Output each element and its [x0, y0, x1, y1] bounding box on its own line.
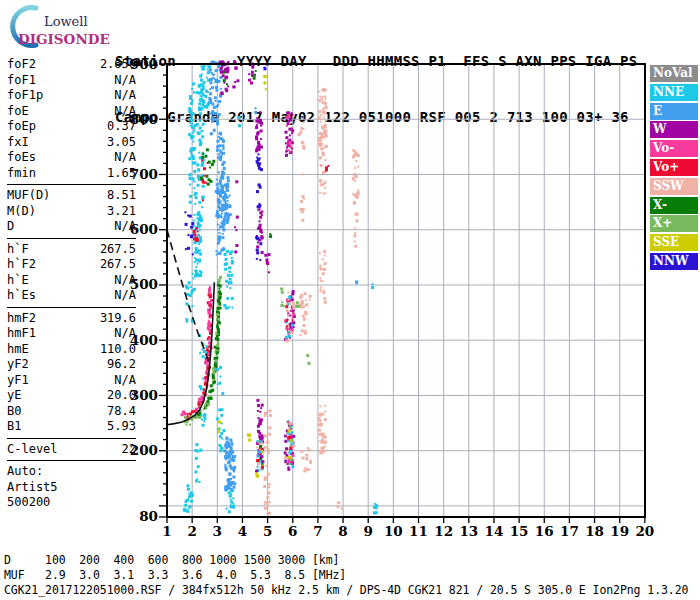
plot-border [167, 64, 645, 517]
x-tick-label: 2 [187, 523, 196, 539]
x-tick-label: 1 [162, 523, 171, 539]
y-tick-label: 500 [130, 276, 158, 292]
x-tick-label: 8 [338, 523, 347, 539]
legend-item-vo: Vo- [650, 140, 698, 157]
legend-item-ssw: SSW [650, 178, 698, 195]
grid-lines [167, 64, 645, 517]
legend-item-sse: SSE [650, 234, 698, 251]
file-info-row: CGK21_2017122051000.RSF / 384fx512h 50 k… [4, 584, 688, 597]
x-tick-label: 4 [238, 523, 247, 539]
x-tick-label: 11 [409, 523, 428, 539]
x-tick-label: 15 [510, 523, 529, 539]
x-tick-label: 6 [288, 523, 297, 539]
x-axis-labels: 1234567891011121314151617181920 [162, 523, 654, 539]
x-tick-label: 10 [384, 523, 403, 539]
y-axis-labels: 90080070060050040030020080 [130, 56, 158, 525]
y-tick-label: 700 [130, 166, 158, 182]
y-tick-label: 400 [130, 332, 158, 348]
x-tick-label: 14 [485, 523, 504, 539]
legend-item-nne: NNE [650, 84, 698, 101]
legend-item-e: E [650, 103, 698, 120]
x-tick-label: 20 [635, 523, 654, 539]
x-tick-label: 19 [610, 523, 629, 539]
y-tick-label: 900 [130, 56, 158, 72]
legend-item-w: W [650, 121, 698, 138]
muf-scale-row: MUF 2.9 3.0 3.1 3.3 3.6 4.0 5.3 8.5 [MHz… [4, 569, 346, 582]
x-tick-label: 7 [313, 523, 322, 539]
legend-item-noval: NoVal [650, 65, 698, 82]
y-tick-label: 80 [139, 508, 158, 524]
x-tick-label: 12 [434, 523, 453, 539]
x-tick-label: 13 [459, 523, 478, 539]
scatter-points [183, 60, 378, 515]
x-tick-label: 3 [213, 523, 222, 539]
y-tick-label: 600 [130, 221, 158, 237]
y-tick-label: 200 [130, 442, 158, 458]
direction-legend: NoValNNEEWVo-Vo+SSWX-X+SSENNW [650, 65, 698, 272]
legend-item-x: X- [650, 197, 698, 214]
x-tick-label: 9 [363, 523, 372, 539]
distance-scale-row: D 100 200 400 600 800 1000 1500 3000 [km… [4, 554, 339, 567]
y-tick-label: 800 [130, 111, 158, 127]
y-tick-label: 300 [130, 387, 158, 403]
x-tick-label: 16 [535, 523, 554, 539]
x-tick-label: 5 [263, 523, 272, 539]
legend-item-nnw: NNW [650, 253, 698, 270]
legend-item-x: X+ [650, 215, 698, 232]
legend-item-vo: Vo+ [650, 159, 698, 176]
x-tick-label: 17 [560, 523, 579, 539]
asymptote-dashed-line [167, 230, 211, 369]
ionogram-plot: 1234567891011121314151617181920900800700… [0, 0, 700, 600]
x-tick-label: 18 [585, 523, 604, 539]
